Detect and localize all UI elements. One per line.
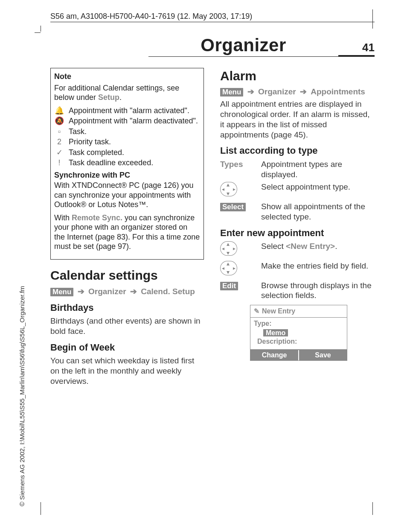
icon-desc: Task completed. [69,148,124,158]
task-icon: ▫ [54,127,64,137]
icon-desc: Priority task. [69,137,111,147]
bell-icon: 🔔 [54,106,64,116]
enter-new-heading: Enter new appointment [220,227,374,239]
select-text: Show all appointments of the selected ty… [261,202,374,222]
note-intro-end: . [119,93,122,102]
menu-chip: Menu [50,288,73,296]
breadcrumb-calendar: Menu ➔ Organizer ➔ Calend. Setup [50,286,204,297]
edit-chip: Edit [220,282,238,290]
note-box: Note For additional Calendar settings, s… [50,68,204,260]
phone-type-value: Memo [263,329,288,336]
bell-off-icon: 🔕 [54,116,64,126]
icon-desc: Appointment with "alarm activated". [69,106,189,116]
arrow-icon: ➔ [76,287,86,296]
new-entry-label: <New Entry> [286,242,335,251]
icon-desc: Task deadline exceeded. [69,158,153,168]
select-chip: Select [220,203,246,211]
arrow-icon: ➔ [298,87,308,96]
alarm-heading: Alarm [220,68,374,84]
exclaim-icon: ! [54,158,64,168]
icon-desc: Appointment with "alarm deactivated". [69,116,198,126]
begin-week-heading: Begin of Week [50,342,204,354]
edit-icon: ✎ [254,307,259,315]
path-calend-setup: Calend. Setup [141,287,195,296]
menu-chip: Menu [220,88,243,96]
running-header: S56 am, A31008-H5700-A40-1-7619 (12. May… [50,12,375,22]
arrow-icon: ➔ [246,87,256,96]
path-appointments: Appointments [311,87,365,96]
phone-type-label: Type: [254,319,343,328]
sync-p2: With Remote Sync. you can synchronize yo… [54,213,200,251]
page-number: 41 [338,41,375,57]
spine-text: © Siemens AG 2002, I:\Mobil\L55\S55_Marl… [18,286,26,506]
page-title: Organizer [148,35,338,57]
note-intro: For additional Calendar settings, see be… [54,83,200,102]
calendar-settings-heading: Calendar settings [50,267,204,284]
arrow-icon: ➔ [128,287,139,296]
nav-key-icon: ◂▸ [220,182,237,196]
sync-p1: With XTNDConnect® PC (page 126) you can … [54,181,200,210]
sync-p2-a: With [54,213,72,222]
birthdays-text: Birthdays (and other events) are shown i… [50,316,204,336]
path-organizer: Organizer [88,287,126,296]
sync-heading: Synchronize with PC [54,170,200,180]
setup-link: Setup [98,93,119,102]
phone-save-button[interactable]: Save [299,350,347,360]
edit-text: Browse through displays in the selection… [261,281,374,301]
nav-key-icon: ◂▸ [220,261,237,275]
nav2-a: Select [261,242,286,251]
breadcrumb-alarm: Menu ➔ Organizer ➔ Appointments [220,87,374,97]
list-type-heading: List according to type [220,145,374,157]
types-label: Types [220,159,253,170]
phone-screenshot: ✎New Entry Type: Memo Description: Chang… [250,305,347,361]
make-entries-text: Make the entries field by field. [261,261,374,271]
check-icon: ✓ [54,148,64,158]
nav-key-icon: ◂▸ [220,241,237,256]
priority-icon: 2 [54,137,64,147]
path-organizer: Organizer [258,87,296,96]
nav-select-type: Select appointment type. [261,182,374,192]
types-text: Appointment types are displayed. [261,159,374,180]
note-heading: Note [54,72,200,82]
phone-change-button[interactable]: Change [250,350,298,360]
phone-title: New Entry [262,307,295,315]
icon-desc: Task. [69,127,87,137]
birthdays-heading: Birthdays [50,302,204,314]
alarm-intro: All appointment entries are displayed in… [220,99,374,140]
phone-desc-label: Description: [254,337,343,348]
remote-sync-link: Remote Sync. [72,213,122,222]
begin-week-text: You can set which weekday is listed firs… [50,356,204,386]
select-new-entry: Select <New Entry>. [261,241,374,251]
nav2-c: . [335,242,337,251]
